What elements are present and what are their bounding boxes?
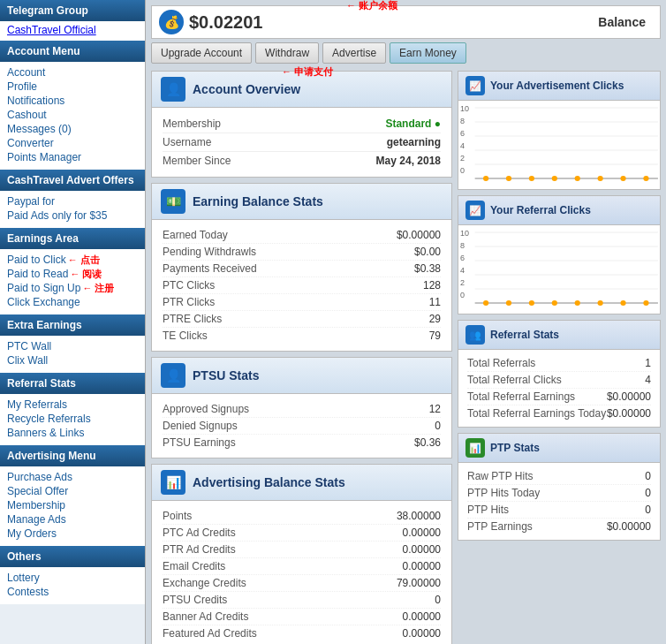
- sidebar-item-click-exchange[interactable]: Click Exchange: [7, 295, 138, 309]
- sidebar-item-banners[interactable]: Banners & Links: [7, 426, 138, 440]
- member-since-label: Member Since: [163, 155, 231, 167]
- svg-point-25: [598, 300, 603, 306]
- sidebar-item-recycle-referrals[interactable]: Recycle Referrals: [7, 412, 138, 426]
- svg-point-27: [643, 300, 648, 306]
- referral-stats-panel-title: Referral Stats: [490, 329, 559, 341]
- sidebar-item-messages[interactable]: Messages (0): [7, 122, 138, 136]
- stat-total-referral-earnings-today: Total Referral Earnings Today $0.00000: [467, 405, 651, 421]
- sidebar-item-contests[interactable]: Contests: [7, 585, 138, 599]
- advertise-button[interactable]: Advertise: [322, 42, 386, 64]
- ptr-annotation: ← 阅读: [70, 268, 102, 281]
- stat-ptr-ad-credits: PTR Ad Credits 0.00000: [163, 542, 441, 558]
- center-main: 👤 Account Overview Membership Standard ●…: [151, 71, 661, 644]
- action-buttons: Upgrade Account Withdraw Advertise ← 申请支…: [151, 42, 661, 64]
- balance-annotation: ← 账户余额: [346, 0, 397, 12]
- membership-label: Membership: [163, 117, 221, 130]
- withdraw-annotation: ← 申请支付: [282, 65, 333, 79]
- center-right: 📈 Your Advertisement Clicks 1086420: [458, 71, 661, 644]
- sidebar-item-ptc-wall[interactable]: PTC Wall: [7, 339, 138, 353]
- sidebar-item-special-offer[interactable]: Special Offer: [7, 484, 138, 498]
- stat-featured-ad-credits: Featured Ad Credits 0.00000: [163, 625, 441, 641]
- ad-clicks-y-labels: 1086420: [460, 104, 469, 175]
- sidebar-item-ptsu[interactable]: Paid to Sign Up: [7, 281, 80, 295]
- account-row-membership: Membership Standard ●: [163, 115, 441, 133]
- svg-point-24: [575, 300, 580, 306]
- referral-clicks-chart-area: 1086420: [458, 225, 660, 314]
- svg-point-22: [529, 300, 534, 306]
- sidebar-referral-header[interactable]: Referral Stats: [0, 373, 145, 394]
- ptsu-body: Approved Signups 12 Denied Signups 0 PTS…: [152, 394, 451, 458]
- stat-points: Points 38.00000: [163, 508, 441, 525]
- sidebar-item-points-manager[interactable]: Points Manager: [7, 150, 138, 164]
- sidebar-item-notifications[interactable]: Notifications: [7, 94, 138, 108]
- ad-clicks-svg: [458, 101, 660, 189]
- ptp-stats-panel-title: PTP Stats: [490, 442, 540, 454]
- sidebar-advertising-content: Purchase Ads Special Offer Membership Ma…: [0, 466, 145, 546]
- svg-point-10: [575, 176, 580, 181]
- referral-clicks-chart-header: 📈 Your Referral Clicks: [458, 196, 660, 225]
- referral-stats-panel: 👥 Referral Stats Total Referrals 1 Total…: [458, 320, 661, 428]
- sidebar-item-profile[interactable]: Profile: [7, 80, 138, 94]
- sidebar-item-membership[interactable]: Membership: [7, 498, 138, 512]
- earning-balance-header: 💵 Earning Balance Stats: [152, 184, 451, 220]
- sidebar-item-ptc[interactable]: Paid to Click: [7, 253, 66, 267]
- sidebar-extra-content: PTC Wall Clix Wall: [0, 336, 145, 373]
- sidebar-account-content: Account Profile Notifications Cashout Me…: [0, 62, 145, 170]
- sidebar-item-ptr[interactable]: Paid to Read: [7, 267, 68, 281]
- stat-email-credits: Email Credits 0.00000: [163, 558, 441, 575]
- sidebar-item-my-orders[interactable]: My Orders: [7, 527, 138, 541]
- svg-point-8: [529, 176, 534, 181]
- ptsu-title: PTSU Stats: [193, 368, 259, 383]
- sidebar-item-cashout[interactable]: Cashout: [7, 108, 138, 122]
- sidebar-extra-header[interactable]: Extra Earnings: [0, 314, 145, 336]
- sidebar-earnings-header[interactable]: Earnings Area: [0, 228, 145, 249]
- sidebar-item-account[interactable]: Account: [7, 65, 138, 80]
- sidebar-item-lottery[interactable]: Lottery: [7, 571, 138, 585]
- ad-clicks-chart-icon: 📈: [465, 76, 485, 95]
- stat-pending-withdrawls: Pending Withdrawls $0.00: [163, 244, 441, 261]
- sidebar-item-manage-ads[interactable]: Manage Ads: [7, 512, 138, 527]
- stat-banner-ad-credits: Banner Ad Credits 0.00000: [163, 609, 441, 625]
- sidebar-item-purchase-ads[interactable]: Purchase Ads: [7, 470, 138, 484]
- ad-clicks-chart-title: Your Advertisement Clicks: [490, 80, 624, 92]
- svg-point-26: [620, 300, 625, 306]
- sidebar-account-header[interactable]: Account Menu: [0, 41, 145, 62]
- svg-point-12: [620, 176, 625, 181]
- earn-money-button[interactable]: Earn Money: [390, 42, 466, 64]
- svg-point-11: [598, 176, 603, 181]
- sidebar-telegram-header[interactable]: Telegram Group: [0, 0, 145, 21]
- account-row-username: Username getearning: [163, 133, 441, 152]
- stat-approved-signups: Approved Signups 12: [163, 401, 441, 418]
- sidebar-advertising-header[interactable]: Advertising Menu: [0, 445, 145, 466]
- earning-balance-icon: 💵: [161, 189, 185, 214]
- account-overview-icon: 👤: [161, 77, 185, 102]
- stat-ptp-hits: PTP Hits 0: [467, 502, 651, 519]
- referral-stats-panel-icon: 👥: [465, 325, 485, 345]
- stat-denied-signups: Denied Signups 0: [163, 418, 441, 435]
- ptp-stats-body: Raw PTP Hits 0 PTP Hits Today 0 PTP Hits…: [458, 463, 660, 540]
- svg-point-6: [483, 176, 488, 181]
- sidebar-cashtravel-header[interactable]: CashTravel Advert Offers: [0, 170, 145, 191]
- svg-point-20: [483, 300, 488, 306]
- sidebar-item-paypal[interactable]: Paypal for: [7, 194, 138, 208]
- sidebar-item-my-referrals[interactable]: My Referrals: [7, 398, 138, 412]
- sidebar-item-paid-ads[interactable]: Paid Ads only for $35: [7, 208, 138, 223]
- stat-exchange-credits: Exchange Credits 79.00000: [163, 575, 441, 592]
- sidebar-item-converter[interactable]: Converter: [7, 136, 138, 150]
- account-row-member-since: Member Since May 24, 2018: [163, 152, 441, 170]
- referral-stats-body: Total Referrals 1 Total Referral Clicks …: [458, 350, 660, 427]
- ptsu-stats-header: 👤 PTSU Stats: [152, 358, 451, 394]
- advertising-balance-body: Points 38.00000 PTC Ad Credits 0.00000 P…: [152, 501, 451, 644]
- account-overview-panel: 👤 Account Overview Membership Standard ●…: [151, 71, 452, 178]
- upgrade-account-button[interactable]: Upgrade Account: [151, 42, 252, 64]
- advertising-balance-header: 📊 Advertising Balance Stats: [152, 465, 451, 501]
- stat-ptc-ad-credits: PTC Ad Credits 0.00000: [163, 525, 441, 542]
- withdraw-button[interactable]: Withdraw: [255, 42, 319, 64]
- advertising-balance-panel: 📊 Advertising Balance Stats Points 38.00…: [151, 464, 452, 644]
- sidebar-item-clix-wall[interactable]: Clix Wall: [7, 353, 138, 367]
- sidebar-others-header[interactable]: Others: [0, 546, 145, 567]
- stat-ptre-clicks: PTRE Clicks 29: [163, 311, 441, 328]
- referral-clicks-y-labels: 1086420: [460, 229, 469, 299]
- username-label: Username: [163, 136, 211, 148]
- telegram-link[interactable]: CashTravel Official: [7, 24, 96, 36]
